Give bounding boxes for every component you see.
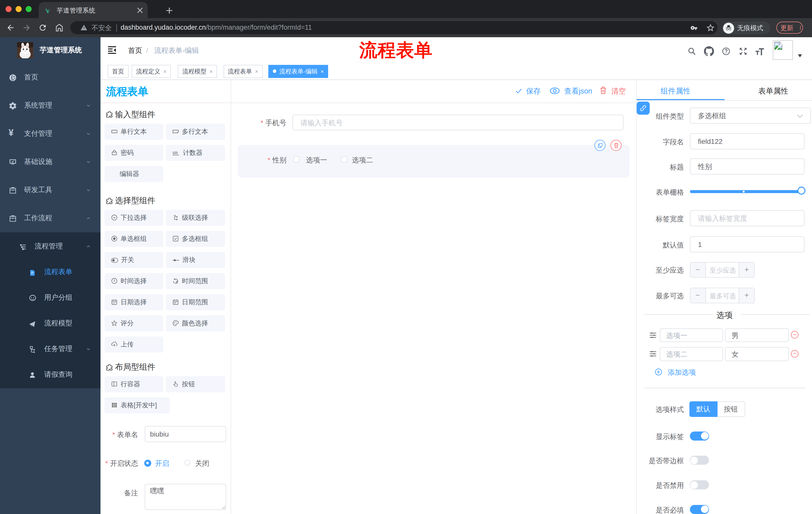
svg-text:123: 123 xyxy=(172,151,178,155)
